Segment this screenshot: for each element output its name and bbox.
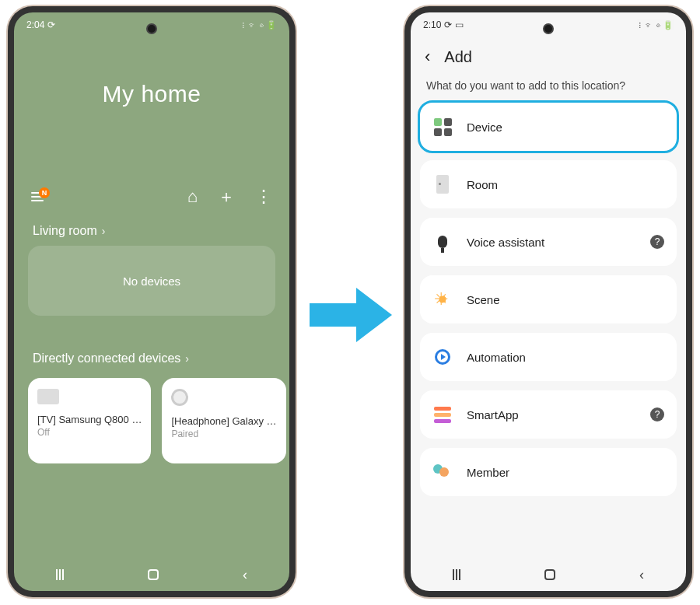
home-icon[interactable]: ⌂ xyxy=(187,187,198,207)
no-devices-text: No devices xyxy=(123,275,180,288)
device-name: [TV] Samsung Q800 … xyxy=(37,414,142,425)
device-card-headphone[interactable]: [Headphone] Galaxy … Paired xyxy=(162,378,285,463)
page-title: My home xyxy=(14,81,289,107)
add-icon[interactable]: ＋ xyxy=(218,185,235,208)
option-label: Automation xyxy=(467,351,526,364)
headphone-icon xyxy=(171,389,188,406)
nav-home[interactable] xyxy=(148,569,159,580)
device-row: [TV] Samsung Q800 … Off [Headphone] Gala… xyxy=(14,378,289,463)
flow-arrow-icon xyxy=(310,288,395,342)
status-left-icons: ⟳ xyxy=(47,19,55,30)
status-time: 2:04 xyxy=(26,19,44,30)
camera-cutout xyxy=(543,23,554,34)
status-right-icons: ⋮ ᯤ ⊘ 🔋 xyxy=(241,20,277,30)
nav-recents[interactable] xyxy=(453,569,460,580)
toolbar: N ⌂ ＋ ⋮ xyxy=(14,185,289,208)
status-left-icons: ⟳ ▭ xyxy=(444,19,463,30)
direct-devices-label: Directly connected devices xyxy=(33,351,180,365)
add-screen: 2:10 ⟳ ▭ ⋮ ᯤ ⊘ 🔋 ‹ Add What do you want … xyxy=(411,12,686,591)
phone-frame-left: 2:04 ⟳ ⋮ ᯤ ⊘ 🔋 My home N ⌂ ＋ ⋮ Living ro… xyxy=(8,6,296,597)
mic-icon xyxy=(432,232,453,252)
device-name: [Headphone] Galaxy … xyxy=(171,415,276,427)
tv-icon xyxy=(37,389,59,404)
sun-icon xyxy=(432,289,453,309)
option-smartapp[interactable]: SmartApp ? xyxy=(420,390,677,439)
smartapp-icon xyxy=(432,404,453,425)
automation-icon xyxy=(432,347,453,367)
help-icon[interactable]: ? xyxy=(650,235,664,249)
nav-back[interactable]: ‹ xyxy=(243,567,247,583)
option-label: Voice assistant xyxy=(467,236,544,249)
chevron-right-icon: › xyxy=(185,352,189,365)
chevron-right-icon: › xyxy=(102,225,106,237)
add-header: ‹ Add xyxy=(411,34,686,73)
add-title: Add xyxy=(444,48,472,66)
option-label: Member xyxy=(467,466,509,479)
more-icon[interactable]: ⋮ xyxy=(255,187,272,207)
device-card-tv[interactable]: [TV] Samsung Q800 … Off xyxy=(28,378,151,463)
option-label: Scene xyxy=(467,293,500,306)
door-icon xyxy=(432,174,453,194)
option-room[interactable]: Room xyxy=(420,160,677,208)
nav-back[interactable]: ‹ xyxy=(639,567,644,583)
option-label: Device xyxy=(467,121,502,134)
menu-button[interactable]: N xyxy=(31,192,44,201)
add-prompt: What do you want to add to this location… xyxy=(411,73,686,103)
phone-frame-right: 2:10 ⟳ ▭ ⋮ ᯤ ⊘ 🔋 ‹ Add What do you want … xyxy=(404,6,692,597)
room-name: Living room xyxy=(33,224,97,238)
camera-cutout xyxy=(146,23,157,34)
menu-badge: N xyxy=(39,187,50,198)
option-device[interactable]: Device xyxy=(420,103,677,151)
member-icon xyxy=(432,462,453,482)
option-voice-assistant[interactable]: Voice assistant ? xyxy=(420,218,677,266)
nav-recents[interactable] xyxy=(56,569,64,580)
option-automation[interactable]: Automation xyxy=(420,333,677,381)
android-navbar: ‹ xyxy=(14,558,289,591)
device-grid-icon xyxy=(432,117,453,137)
no-devices-card[interactable]: No devices xyxy=(28,246,275,316)
option-label: Room xyxy=(467,178,498,191)
status-time: 2:10 xyxy=(423,19,441,30)
status-right-icons: ⋮ ᯤ ⊘ 🔋 xyxy=(638,20,674,30)
android-navbar: ‹ xyxy=(411,558,686,591)
room-section-header[interactable]: Living room › xyxy=(14,208,289,246)
direct-devices-header[interactable]: Directly connected devices › xyxy=(14,336,289,373)
nav-home[interactable] xyxy=(544,569,555,580)
add-option-list: Device Room Voice assistant ? Scene Auto… xyxy=(411,103,686,496)
option-scene[interactable]: Scene xyxy=(420,275,677,323)
option-label: SmartApp xyxy=(467,408,519,421)
back-button[interactable]: ‹ xyxy=(425,47,430,67)
option-member[interactable]: Member xyxy=(420,448,677,496)
device-status: Paired xyxy=(171,428,276,439)
device-status: Off xyxy=(37,427,142,438)
home-screen: 2:04 ⟳ ⋮ ᯤ ⊘ 🔋 My home N ⌂ ＋ ⋮ Living ro… xyxy=(14,12,289,591)
help-icon[interactable]: ? xyxy=(650,407,664,421)
